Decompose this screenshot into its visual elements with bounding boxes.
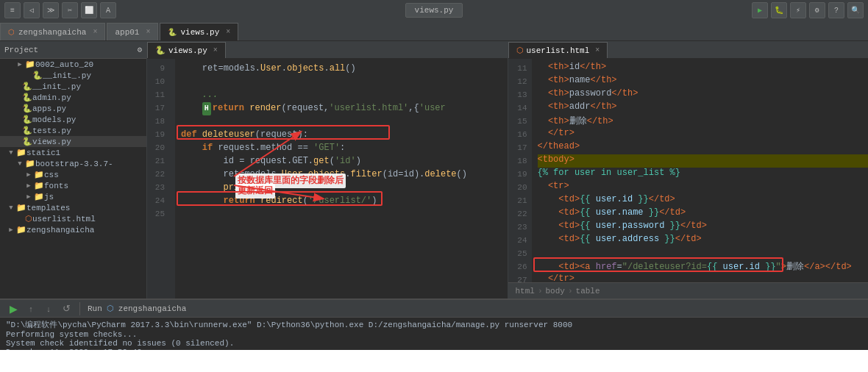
html-line-21: <td>{{ user.id }}</td> [538, 194, 869, 207]
html-line-25 [538, 247, 869, 260]
run-down-button[interactable]: ↓ [41, 302, 56, 315]
code-line-10 [181, 75, 508, 88]
html-tab-label: userlist.html [527, 46, 590, 55]
html-line-13: <th>password</th> [538, 88, 869, 101]
run-controls: ▶ ↑ ↓ ↺ [6, 302, 80, 315]
sidebar-item-css[interactable]: ▶ 📁 css [0, 169, 146, 180]
help-toolbar-btn[interactable]: ? [828, 2, 844, 18]
sidebar-item-tests[interactable]: 🐍 tests.py [0, 125, 146, 136]
project-label: Project [4, 46, 38, 54]
run-rerun-button[interactable]: ↺ [59, 302, 74, 315]
toolbar-btn-4[interactable]: ✂ [62, 2, 78, 18]
editor-area: 🐍 views.py × 9 10 11 17 18 19 20 21 22 2… [147, 41, 868, 298]
tab-label-views: views.py [180, 28, 219, 37]
sidebar-label: __init_.py [43, 71, 91, 80]
sidebar-item-fonts[interactable]: ▶ 📁 fonts [0, 180, 146, 191]
breadcrumb-html[interactable]: html [516, 287, 535, 296]
tab-zengshangaicha[interactable]: ⬡ zengshangaicha × [0, 23, 105, 40]
sidebar-label: zengshangaicha [26, 226, 94, 235]
sidebar-item-js[interactable]: ▶ 📁 js [0, 191, 146, 202]
sidebar-item-apps[interactable]: 🐍 apps.py [0, 103, 146, 114]
sidebar-label: js [44, 193, 54, 201]
run-toolbar-btn[interactable]: ▶ [752, 2, 768, 18]
sidebar-header: Project ⚙ [0, 41, 146, 59]
run-up-button[interactable]: ↑ [24, 302, 38, 315]
tab-close-2[interactable]: × [146, 28, 150, 36]
sidebar-item-zengshangaicha[interactable]: ▶ 📁 zengshangaicha [0, 224, 146, 235]
toolbar-btn-3[interactable]: ≫ [43, 2, 59, 18]
py-icon: 🐍 [32, 71, 43, 80]
folder-icon: 📁 [34, 181, 44, 190]
sidebar-label: userlist.html [32, 215, 96, 223]
sidebar-item-templates[interactable]: ▼ 📁 templates [0, 202, 146, 213]
code-line-24: return redirect('/userlist/') [181, 194, 508, 207]
breadcrumb-sep-2: › [568, 287, 573, 296]
python-code-pane: 🐍 views.py × 9 10 11 17 18 19 20 21 22 2… [147, 41, 508, 298]
html-line-20: <tr> [538, 181, 869, 194]
profile-toolbar-btn[interactable]: ⚡ [790, 2, 806, 18]
sidebar-item-static1[interactable]: ▼ 📁 static1 [0, 147, 146, 158]
run-tab-label[interactable]: zengshangaicha [118, 304, 186, 313]
html-icon: ⬡ [25, 214, 32, 223]
tab-views[interactable]: 🐍 views.py × [160, 23, 238, 40]
run-label: Run [88, 304, 102, 313]
code-line-17: Hreturn render(request,'userlist.html',{… [181, 101, 508, 115]
html-code-lines: <th>id</th> <th>name</th> <th>password</… [532, 59, 869, 282]
toolbar-btn-6[interactable]: A [100, 2, 116, 18]
main-layout: Project ⚙ ▶ 📁 0002_auto_20 🐍 __init_.py … [0, 41, 868, 298]
arrow-icon: ▶ [24, 182, 34, 190]
run-output: "D:\编程软件\pycha\PyCharm 2017.3.3\bin\runn… [0, 318, 868, 350]
arrow-icon: ▼ [6, 149, 16, 157]
sidebar-item-userlist[interactable]: ⬡ userlist.html [0, 213, 146, 224]
html-tab-close[interactable]: × [595, 46, 600, 54]
project-selector[interactable]: views.py [405, 3, 463, 18]
sidebar-item-0002[interactable]: ▶ 📁 0002_auto_20 [0, 59, 146, 70]
sidebar-label: __init_.py [32, 82, 81, 91]
arrow-icon: ▶ [15, 60, 25, 68]
folder-icon: 📁 [16, 203, 26, 212]
editor-tab-html[interactable]: ⬡ userlist.html × [508, 42, 608, 58]
py-icon: 🐍 [22, 104, 32, 113]
run-command: "D:\编程软件\pycha\PyCharm 2017.3.3\bin\runn… [6, 319, 862, 330]
toolbar-btn-1[interactable]: ≡ [4, 2, 21, 18]
sidebar-item-models[interactable]: 🐍 models.py [0, 114, 146, 125]
sidebar-label: static1 [26, 149, 60, 157]
html-line-22: <td>{{ user.name }}</td> [538, 207, 869, 221]
py-icon: 🐍 [22, 93, 32, 102]
sidebar-label: 0002_auto_20 [35, 60, 93, 69]
tab-app01[interactable]: app01 × [107, 23, 158, 40]
html-line-14: <th>addr</th> [538, 101, 869, 115]
py-tab-close[interactable]: × [213, 46, 218, 54]
html-line-24: <td>{{ user.address }}</td> [538, 234, 869, 247]
sidebar-label: models.py [32, 115, 76, 124]
sidebar-item-views[interactable]: 🐍 views.py [0, 136, 146, 147]
breadcrumb: html › body › table [508, 282, 869, 298]
annotation-text-redirect: 更新返回 [235, 184, 275, 198]
breadcrumb-table[interactable]: table [576, 287, 600, 296]
code-line-21: id = request.GET.get('id') [181, 154, 508, 168]
tab-label-2: app01 [115, 28, 139, 37]
sidebar-item-init1[interactable]: 🐍 __init_.py [0, 70, 146, 81]
sidebar-label: apps.py [32, 104, 66, 113]
debug-toolbar-btn[interactable]: 🐛 [771, 2, 787, 18]
settings-toolbar-btn[interactable]: ⚙ [809, 2, 825, 18]
sidebar-label: templates [26, 204, 70, 212]
sidebar-gear-icon[interactable]: ⚙ [137, 45, 142, 54]
tab-close-1[interactable]: × [93, 28, 97, 36]
code-line-18 [181, 115, 508, 128]
python-code-lines: ret=models.User.objects.all() ... Hretur… [175, 59, 508, 298]
sidebar-item-admin[interactable]: 🐍 admin.py [0, 92, 146, 103]
toolbar-btn-5[interactable]: ⬜ [81, 2, 97, 18]
tab-close-views[interactable]: × [226, 28, 230, 36]
py-icon: 🐍 [22, 82, 32, 91]
breadcrumb-body[interactable]: body [546, 287, 565, 296]
run-play-button[interactable]: ▶ [6, 302, 21, 315]
sidebar-item-bootstrap[interactable]: ▼ 📁 bootstrap-3.3.7- [0, 158, 146, 169]
html-line-26: <td><a href="/deleteuser?id={{ user.id }… [538, 260, 869, 273]
code-line-25 [181, 207, 508, 221]
toolbar-btn-2[interactable]: ◁ [24, 2, 40, 18]
sidebar-item-init2[interactable]: 🐍 __init_.py [0, 81, 146, 92]
editor-tab-views[interactable]: 🐍 views.py × [147, 42, 226, 58]
search-toolbar-btn[interactable]: 🔍 [847, 2, 864, 18]
html-line-16: </tr> [538, 128, 869, 141]
